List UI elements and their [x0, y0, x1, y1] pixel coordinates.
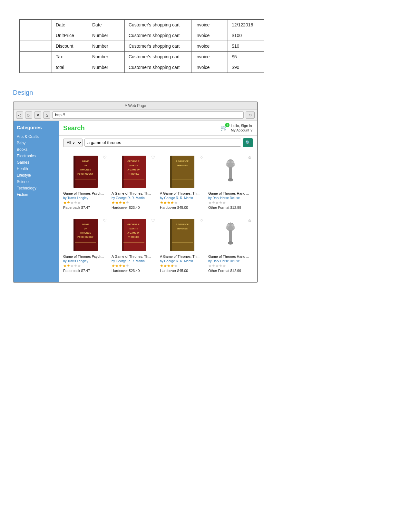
- product-stars: ★★★★★: [63, 200, 81, 205]
- table-cell-empty: [20, 52, 52, 62]
- sidebar-item-lifestyle[interactable]: Lifestyle: [17, 172, 55, 179]
- table-cell-type: Date: [88, 20, 124, 30]
- product-author[interactable]: by Travis Langley: [63, 196, 88, 200]
- product-wishlist-icon[interactable]: ♡: [200, 218, 203, 223]
- sidebar-item-books[interactable]: Books: [17, 146, 55, 153]
- sidebar-item-artscrafts[interactable]: Arts & Crafts: [17, 133, 55, 140]
- star-filled: ★: [163, 200, 167, 205]
- table-cell-empty: [20, 62, 52, 73]
- sidebar-item-games[interactable]: Games: [17, 159, 55, 166]
- book-cover-image: GAMEOFTHRONESPSYCHOLOGY: [73, 219, 98, 251]
- table-cell-source: Customer's shopping cart: [124, 20, 191, 30]
- product-wishlist-icon[interactable]: ♡: [151, 218, 155, 223]
- product-card[interactable]: A GAME OFTHRONES ♡ A Game of Thrones: Th…: [160, 154, 204, 209]
- product-card[interactable]: GAMEOFTHRONESPSYCHOLOGY ♡ Game of Throne…: [63, 217, 108, 273]
- product-author[interactable]: by Travis Langley: [63, 259, 88, 263]
- product-author[interactable]: by Dark Horse Deluxe: [208, 259, 240, 263]
- product-wishlist-icon[interactable]: ♡: [151, 155, 155, 160]
- star-filled: ★: [63, 200, 67, 205]
- svg-text:GEORGE R.: GEORGE R.: [127, 223, 140, 226]
- svg-rect-13: [123, 179, 144, 179]
- product-author[interactable]: by George R. R. Martin: [112, 259, 145, 263]
- back-button[interactable]: ◁: [16, 111, 23, 119]
- search-button[interactable]: 🔍: [243, 138, 253, 147]
- browser-titlebar: A Web Page: [14, 102, 257, 110]
- svg-text:GAME: GAME: [82, 223, 89, 226]
- product-image-wrap: ☺: [208, 154, 253, 189]
- product-stars: ★★★★★: [112, 200, 129, 205]
- svg-rect-15: [170, 156, 172, 188]
- table-cell-source: Customer's shopping cart: [124, 62, 191, 73]
- product-title: Game of Thrones Hand ...: [208, 254, 249, 259]
- sidebar-item-electronics[interactable]: Electronics: [17, 153, 55, 159]
- table-cell-field: Tax: [52, 52, 88, 62]
- star-empty: ★: [212, 264, 215, 268]
- table-cell-value: $100: [228, 30, 264, 41]
- product-wishlist-icon[interactable]: ♡: [103, 218, 107, 223]
- table-cell-value: 12/122018: [228, 20, 264, 30]
- product-author[interactable]: by George R. R. Martin: [160, 259, 193, 263]
- account-text: My Account ∨: [231, 128, 253, 132]
- product-title: A Game of Thrones: Th...: [160, 191, 200, 196]
- forward-button[interactable]: ▷: [25, 111, 32, 119]
- svg-point-25: [233, 164, 235, 166]
- sidebar-item-science[interactable]: Science: [17, 179, 55, 185]
- svg-point-21: [228, 178, 233, 181]
- product-card[interactable]: GAMEOFTHRONESPSYCHOLOGY ♡ Game of Throne…: [63, 154, 108, 209]
- svg-point-19: [227, 160, 234, 168]
- table-row: UnitPrice Number Customer's shopping car…: [20, 30, 264, 41]
- sidebar: Categories Arts & CraftsBabyBooksElectro…: [14, 121, 59, 282]
- stop-button[interactable]: ✕: [34, 111, 41, 119]
- sign-in-area[interactable]: Hello, Sign In My Account ∨: [231, 123, 253, 133]
- svg-rect-18: [172, 179, 193, 179]
- star-filled: ★: [160, 200, 163, 205]
- product-card[interactable]: A GAME OFTHRONES ♡ A Game of Thrones: Th…: [160, 217, 204, 273]
- svg-rect-6: [75, 179, 96, 179]
- product-wishlist-icon[interactable]: ♡: [200, 155, 203, 160]
- sidebar-item-baby[interactable]: Baby: [17, 140, 55, 146]
- svg-text:THRONES: THRONES: [176, 227, 188, 230]
- address-bar[interactable]: [52, 111, 244, 119]
- product-title: Game of Thrones Psych...: [63, 191, 104, 196]
- product-wishlist-icon[interactable]: ♡: [103, 155, 107, 160]
- store-header: Search 🛒 1 Hello, Sign In My Account ∨: [59, 121, 257, 136]
- star-filled: ★: [67, 200, 70, 205]
- product-author[interactable]: by George R. R. Martin: [160, 196, 193, 200]
- star-empty: ★: [70, 264, 74, 268]
- product-wishlist-icon[interactable]: ☺: [248, 218, 252, 223]
- product-image-wrap: A GAME OFTHRONES ♡: [160, 154, 204, 189]
- browser-search-button[interactable]: ⊙: [246, 111, 255, 119]
- search-category-select[interactable]: All ∨: [63, 139, 83, 147]
- product-author[interactable]: by George R. R. Martin: [112, 196, 145, 200]
- sidebar-item-technology[interactable]: Technology: [17, 185, 55, 191]
- star-filled: ★: [167, 264, 171, 268]
- svg-point-50: [226, 227, 228, 229]
- product-title: A Game of Thrones: Th...: [112, 254, 151, 259]
- product-card[interactable]: GEORGE R.MARTINA GAME OFTHRONES ♡ A Game…: [112, 217, 156, 273]
- product-image-wrap: A GAME OFTHRONES ♡: [160, 217, 204, 253]
- svg-text:THRONES: THRONES: [176, 164, 188, 167]
- star-filled: ★: [119, 264, 122, 268]
- table-section: Date Date Customer's shopping cart Invoi…: [13, 19, 398, 73]
- product-stars: ★★★★★: [160, 264, 178, 268]
- product-card[interactable]: ☺ Game of Thrones Hand ... by Dark Horse…: [208, 217, 253, 273]
- svg-text:THRONES: THRONES: [128, 236, 139, 238]
- product-price: Hardcover $45.00: [160, 269, 188, 273]
- product-author[interactable]: by Dark Horse Deluxe: [208, 196, 240, 200]
- product-image-wrap: ☺: [208, 217, 253, 253]
- table-cell-field: UnitPrice: [52, 30, 88, 41]
- product-card[interactable]: ☺ Game of Thrones Hand ... by Dark Horse…: [208, 154, 253, 209]
- header-right: 🛒 1 Hello, Sign In My Account ∨: [220, 123, 253, 133]
- search-input[interactable]: [84, 139, 241, 147]
- cart-icon[interactable]: 🛒 1: [220, 124, 228, 131]
- svg-text:A GAME OF: A GAME OF: [127, 169, 140, 171]
- star-empty: ★: [126, 264, 129, 268]
- product-wishlist-icon[interactable]: ☺: [248, 155, 252, 160]
- svg-text:MARTIN: MARTIN: [129, 227, 138, 230]
- sidebar-item-health[interactable]: Health: [17, 166, 55, 172]
- product-price: Other Format $12.99: [208, 206, 241, 209]
- search-bar-row: All ∨ 🔍: [59, 136, 257, 150]
- sidebar-item-fiction[interactable]: Fiction: [17, 191, 55, 198]
- home-button[interactable]: ⌂: [43, 111, 50, 119]
- product-card[interactable]: GEORGE R.MARTINA GAME OFTHRONES ♡ A Game…: [112, 154, 156, 209]
